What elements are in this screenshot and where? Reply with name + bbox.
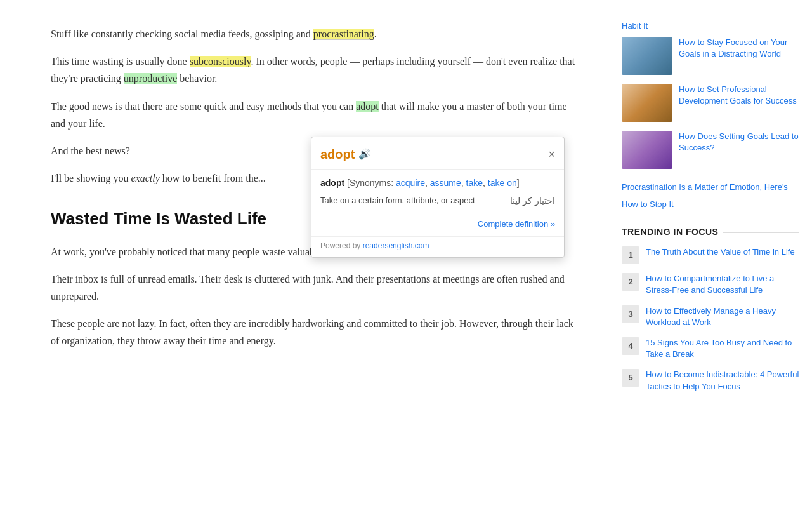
sidebar-article-3: How Does Setting Goals Lead to Success?	[622, 131, 799, 169]
img-placeholder	[622, 37, 672, 75]
dict-powered-by: Powered by readersenglish.com	[311, 236, 564, 257]
dict-complete-link[interactable]: Complete definition »	[478, 217, 555, 231]
trending-number-2: 2	[622, 273, 639, 291]
highlighted-word-subconsciously: subconsciously	[190, 56, 251, 67]
synonym-take-on[interactable]: take on	[488, 178, 517, 188]
dict-close-button[interactable]: ×	[548, 149, 555, 160]
dict-definition-en: Take on a certain form, attribute, or as…	[320, 194, 475, 208]
sidebar-article-1: How to Stay Focused on Your Goals in a D…	[622, 37, 799, 75]
trending-number-1: 1	[622, 246, 639, 264]
trending-title-3[interactable]: How to Effectively Manage a Heavy Worklo…	[646, 305, 799, 328]
dict-synonyms-line: adopt [Synonyms: acquire, assume, take, …	[320, 176, 555, 191]
trending-item-1: 1 The Truth About the Value of Time in L…	[622, 246, 799, 264]
highlighted-word-procrastinating: procrastinating	[313, 29, 374, 40]
trending-header: TRENDING IN FOCUS	[622, 225, 799, 240]
sidebar-article-4-title[interactable]: Procrastination Is a Matter of Emotion, …	[622, 182, 788, 209]
sidebar-article-2-image	[622, 84, 672, 122]
dict-definition-urdu: اختیار کر لینا	[510, 194, 555, 209]
trending-title-4[interactable]: 15 Signs You Are Too Busy and Need to Ta…	[646, 337, 799, 360]
trending-label: TRENDING IN FOCUS	[622, 225, 718, 240]
img-placeholder	[622, 84, 672, 122]
dict-definition: Take on a certain form, attribute, or as…	[320, 194, 555, 209]
sidebar-article-1-title[interactable]: How to Stay Focused on Your Goals in a D…	[679, 37, 799, 60]
trending-item-5: 5 How to Become Indistractable: 4 Powerf…	[622, 369, 799, 392]
paragraph-7: Their inbox is full of unread emails. Th…	[51, 271, 584, 305]
trending-item-2: 2 How to Compartmentalize to Live a Stre…	[622, 273, 799, 296]
synonym-acquire[interactable]: acquire	[396, 178, 425, 188]
trending-number-5: 5	[622, 369, 639, 387]
powered-by-link[interactable]: readersenglish.com	[363, 241, 429, 250]
sidebar-article-2-title[interactable]: How to Set Professional Development Goal…	[679, 84, 799, 107]
sound-icon[interactable]: 🔊	[358, 145, 371, 163]
sidebar-article-3-image	[622, 131, 672, 169]
trending-number-4: 4	[622, 337, 639, 355]
trending-section: TRENDING IN FOCUS 1 The Truth About the …	[622, 225, 799, 392]
trending-item-3: 3 How to Effectively Manage a Heavy Work…	[622, 305, 799, 328]
dict-footer: Complete definition »	[311, 213, 564, 236]
dict-entry-word: adopt	[320, 178, 344, 188]
italic-exactly: exactly	[131, 173, 159, 184]
main-content: Stuff like constantly checking social me…	[0, 13, 609, 408]
sidebar-article-4-text: Procrastination Is a Matter of Emotion, …	[622, 178, 799, 212]
trending-number-3: 3	[622, 305, 639, 323]
paragraph-2: This time wasting is usually done subcon…	[51, 53, 584, 87]
trending-title-2[interactable]: How to Compartmentalize to Live a Stress…	[646, 273, 799, 296]
trending-item-4: 4 15 Signs You Are Too Busy and Need to …	[622, 337, 799, 360]
trending-divider	[723, 232, 799, 233]
img-placeholder	[622, 131, 672, 169]
sidebar-article-2: How to Set Professional Development Goal…	[622, 84, 799, 122]
synonym-take[interactable]: take	[466, 178, 483, 188]
highlighted-word-unproductive: unproductive	[124, 73, 177, 84]
paragraph-8: These people are not lazy. In fact, ofte…	[51, 315, 584, 349]
sidebar: Habit It How to Stay Focused on Your Goa…	[609, 13, 812, 408]
dict-bracket-open: [Synonyms:	[347, 178, 396, 188]
sidebar-article-3-title[interactable]: How Does Setting Goals Lead to Success?	[679, 131, 799, 154]
paragraph-3: The good news is that there are some qui…	[51, 98, 584, 132]
dict-bracket-close: ]	[517, 178, 520, 188]
paragraph-1: Stuff like constantly checking social me…	[51, 25, 584, 43]
dict-header: adopt 🔊 ×	[311, 137, 564, 170]
dict-body: adopt [Synonyms: acquire, assume, take, …	[311, 170, 564, 213]
sidebar-top-stub: Habit It	[622, 19, 799, 33]
sidebar-article-1-image	[622, 37, 672, 75]
highlighted-word-adopt: adopt	[356, 101, 379, 112]
trending-title-5[interactable]: How to Become Indistractable: 4 Powerful…	[646, 369, 799, 392]
dictionary-popup: adopt 🔊 × adopt [Synonyms: acquire, assu…	[311, 137, 565, 258]
trending-title-1[interactable]: The Truth About the Value of Time in Lif…	[646, 246, 795, 258]
synonym-assume[interactable]: assume	[430, 178, 461, 188]
dict-word: adopt	[320, 144, 355, 165]
